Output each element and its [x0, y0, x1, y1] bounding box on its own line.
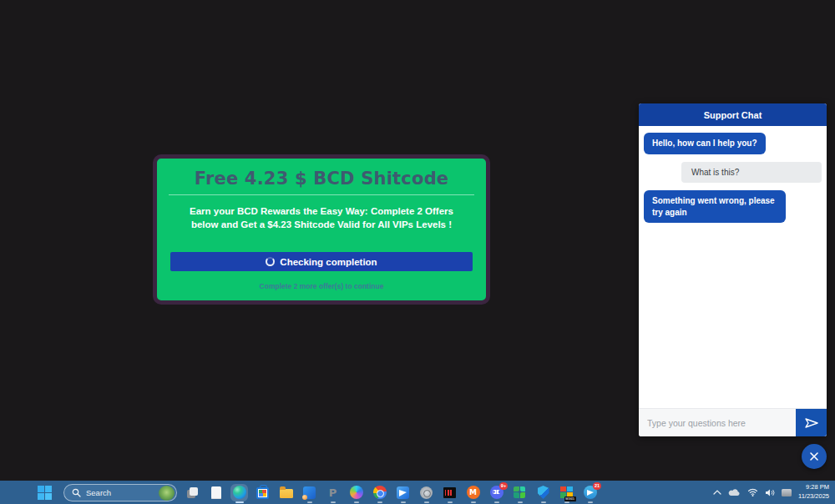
p-logo-icon: P: [329, 486, 337, 499]
dial-app-icon: [420, 486, 433, 499]
m365-label: M365: [564, 496, 576, 501]
promo-card: Free 4.23 $ BCD Shitcode Earn your BCD R…: [153, 154, 490, 305]
taskbar-item-dial-app[interactable]: [419, 486, 433, 500]
telegram-notification-badge: 21: [593, 482, 601, 490]
chat-message-list: Hello, how can I help you? What is this?…: [639, 126, 827, 223]
taskbar-item-discord[interactable]: 9+: [489, 486, 504, 500]
offers-remaining-note: Complete 2 more offer(s) to continue: [157, 282, 486, 290]
bot-message: Hello, how can I help you?: [644, 133, 766, 154]
chat-question-input[interactable]: [639, 409, 796, 436]
taskbar-item-chrome[interactable]: [372, 486, 387, 500]
tray-onedrive[interactable]: [728, 488, 741, 496]
send-icon: [804, 417, 819, 429]
loading-spinner-icon: [266, 257, 275, 266]
user-message: What is this?: [681, 162, 822, 184]
tray-app[interactable]: [782, 489, 792, 496]
volume-icon: [765, 488, 775, 497]
tray-network[interactable]: [747, 488, 758, 496]
taskbar-item-blue-bird-app[interactable]: [396, 486, 410, 500]
taskbar-item-stacked-windows[interactable]: [185, 486, 200, 500]
windows-logo-icon: [45, 486, 52, 492]
edge-icon: [233, 486, 246, 499]
promo-description: Earn your BCD Rewards the Easy Way: Comp…: [180, 205, 463, 232]
taskbar-search-box[interactable]: Search: [63, 484, 177, 501]
microsoft-store-icon: [256, 487, 269, 499]
taskbar-item-p-app[interactable]: P: [326, 486, 340, 500]
taskbar-item-monero[interactable]: M: [466, 486, 480, 500]
taskbar-item-copilot[interactable]: [349, 486, 363, 500]
tray-app-icon: [782, 489, 792, 496]
monero-icon: M: [467, 486, 480, 499]
support-chat-title: Support Chat: [704, 110, 762, 120]
onedrive-cloud-icon: [728, 488, 741, 496]
wifi-icon: [747, 488, 758, 496]
taskbar-clock[interactable]: 9:28 PM 11/23/2025: [798, 483, 829, 501]
defender-shield-icon: [538, 486, 549, 499]
divider: [169, 194, 474, 195]
checking-completion-label: Checking completion: [280, 257, 377, 267]
copilot-icon: [350, 486, 363, 499]
system-tray: 9:28 PM 11/23/2025: [713, 481, 835, 504]
blue-bird-app-icon: [397, 486, 409, 499]
close-icon: [809, 451, 819, 461]
support-chat-panel: Support Chat Hello, how can I help you? …: [639, 103, 827, 436]
clock-date: 11/23/2025: [798, 492, 829, 501]
taskbar-item-telegram[interactable]: 21: [583, 486, 597, 500]
chat-input-row: [639, 408, 827, 436]
support-chat-header: Support Chat: [639, 103, 827, 126]
bing-daily-plant-thumbnail: [159, 486, 175, 501]
taskbar-item-defender[interactable]: [536, 486, 550, 500]
taskbar-item-file-explorer[interactable]: [279, 486, 293, 500]
stacked-windows-icon: [187, 487, 198, 498]
taskbar-item-edge[interactable]: [232, 486, 246, 500]
search-icon: [72, 488, 81, 497]
notepad-icon: [211, 486, 221, 499]
audio-app-icon: [443, 487, 456, 498]
tray-chevron-up[interactable]: [713, 490, 721, 495]
search-label: Search: [86, 488, 159, 497]
chat-close-button[interactable]: [802, 444, 827, 469]
send-button[interactable]: [796, 409, 827, 436]
taskbar-item-outlook[interactable]: [302, 486, 316, 500]
windows-logo-icon: [38, 486, 44, 492]
clock-time: 9:28 PM: [798, 483, 829, 492]
taskbar: Search P: [0, 481, 835, 504]
outlook-icon: [303, 486, 316, 499]
green-app-icon: [514, 486, 526, 499]
taskbar-item-green-app[interactable]: [513, 486, 527, 500]
start-button[interactable]: [37, 485, 52, 500]
chrome-icon: [373, 486, 387, 499]
taskbar-item-notepad[interactable]: [209, 486, 223, 500]
promo-title: Free 4.23 $ BCD Shitcode: [157, 169, 486, 189]
taskbar-item-microsoft-store[interactable]: [256, 486, 270, 500]
taskbar-app-icons: P M 9+ M365: [185, 481, 597, 504]
bot-message: Something went wrong, please try again: [644, 190, 786, 223]
windows-logo-icon: [45, 493, 52, 500]
windows-logo-icon: [38, 493, 44, 500]
taskbar-item-m365[interactable]: M365: [559, 486, 574, 500]
chevron-up-icon: [713, 490, 721, 495]
taskbar-item-audio-app[interactable]: [443, 486, 457, 500]
discord-notification-badge: 9+: [499, 482, 508, 490]
m365-icon: M365: [560, 486, 574, 499]
checking-completion-button[interactable]: Checking completion: [170, 252, 473, 271]
file-explorer-icon: [280, 489, 293, 498]
tray-volume[interactable]: [765, 488, 775, 497]
